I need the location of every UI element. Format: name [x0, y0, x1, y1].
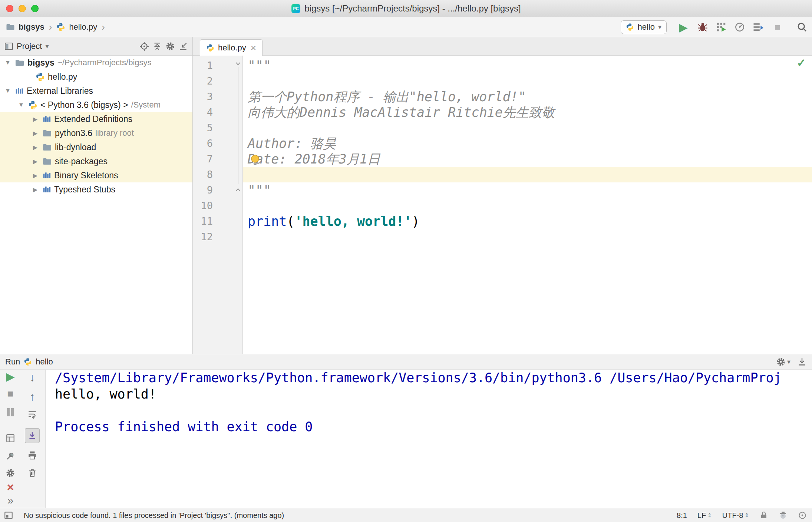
disclosure-open-icon[interactable]: ▼	[4, 59, 12, 66]
soft-wrap-button[interactable]	[26, 408, 39, 421]
run-with-coverage-button[interactable]	[716, 22, 727, 33]
tree-item-extended-definitions[interactable]: ▶ Extended Definitions	[0, 112, 193, 126]
project-view-selector[interactable]: Project	[17, 42, 42, 51]
tree-item-path: ~/PycharmProjects/bigsys	[57, 58, 152, 67]
stop-button[interactable]: ■	[771, 21, 784, 33]
more-actions-button[interactable]: »	[4, 494, 17, 507]
line-number[interactable]: 8	[193, 167, 213, 182]
run-options-button[interactable]	[4, 467, 17, 479]
run-tab-label[interactable]: hello	[36, 357, 53, 367]
readonly-lock-button[interactable]	[759, 511, 768, 520]
tree-item-external-libraries[interactable]: ▼ External Libraries	[0, 84, 193, 98]
code-line-3[interactable]: 第一个Python程序 - 输出"hello, world!"	[248, 89, 812, 105]
code-line-7[interactable]: Date: 2018年3月1日	[248, 151, 812, 167]
collapse-all-button[interactable]	[152, 42, 162, 51]
pause-icon	[7, 408, 10, 416]
run-settings-button[interactable]: ▾	[776, 357, 790, 367]
line-separator-widget[interactable]: LF⇕	[697, 511, 712, 520]
fold-start-icon[interactable]	[235, 61, 241, 67]
hide-panel-button[interactable]	[178, 42, 188, 51]
line-number[interactable]: 10	[193, 198, 213, 214]
tab-hello-py[interactable]: hello.py ×	[200, 39, 263, 56]
tree-item-site-packages[interactable]: ▶ site-packages	[0, 154, 193, 168]
code-area[interactable]: """ 第一个Python程序 - 输出"hello, world!" 向伟大的…	[243, 56, 812, 354]
disclosure-closed-icon[interactable]: ▶	[31, 130, 39, 137]
chevron-down-icon[interactable]: ▾	[45, 42, 49, 50]
tree-item-hello-py[interactable]: hello.py	[0, 70, 193, 84]
pycharm-logo-icon	[291, 4, 301, 13]
settings-gear-button[interactable]	[165, 42, 175, 51]
stop-process-button[interactable]: ■	[4, 387, 17, 400]
disclosure-closed-icon[interactable]: ▶	[31, 172, 39, 179]
tree-item-label: < Python 3.6 (bigsys) >	[40, 100, 128, 110]
debug-button[interactable]	[697, 22, 708, 33]
line-number[interactable]: 6	[193, 136, 213, 151]
notifications-button[interactable]	[798, 511, 807, 520]
breadcrumb-file[interactable]: hello.py	[69, 22, 97, 32]
close-tab-button[interactable]: ×	[4, 481, 17, 493]
tree-item-project-root[interactable]: ▼ bigsys ~/PycharmProjects/bigsys	[0, 56, 193, 70]
tree-item-typeshed-stubs[interactable]: ▶ Typeshed Stubs	[0, 182, 193, 196]
run-configuration-select[interactable]: hello ▾	[621, 20, 667, 34]
pin-tab-button[interactable]	[4, 450, 17, 462]
code-line-11[interactable]: print('hello, world!')	[248, 214, 812, 229]
tree-item-label: Binary Skeletons	[54, 171, 118, 181]
line-number[interactable]: 12	[193, 229, 213, 245]
tree-item-python36-root[interactable]: ▶ python3.6 library root	[0, 126, 193, 140]
scroll-to-end-button[interactable]	[25, 428, 40, 443]
line-number[interactable]: 2	[193, 73, 213, 89]
pause-output-button[interactable]	[4, 406, 17, 419]
run-console[interactable]: /System/Library/Frameworks/Python.framew…	[46, 370, 812, 508]
hector-inspections-button[interactable]	[779, 511, 788, 520]
disclosure-open-icon[interactable]: ▼	[4, 87, 12, 94]
code-line-9[interactable]: """	[248, 182, 812, 198]
code-token: )	[412, 214, 420, 229]
tree-item-binary-skeletons[interactable]: ▶ Binary Skeletons	[0, 168, 193, 182]
code-line-6[interactable]: Author: 骆昊	[248, 136, 812, 151]
toggle-toolwindows-button[interactable]	[4, 511, 13, 520]
line-number[interactable]: 7	[193, 151, 213, 167]
inspections-ok-icon[interactable]: ✓	[797, 56, 806, 69]
python-file-icon	[206, 44, 214, 52]
line-number[interactable]: 1	[193, 58, 213, 73]
code-line-4[interactable]: 向伟大的Dennis MacAlistair Ritchie先生致敬	[248, 105, 812, 120]
line-number[interactable]: 9	[193, 182, 213, 198]
print-button[interactable]	[26, 449, 39, 462]
line-number[interactable]: 4	[193, 105, 213, 120]
disclosure-closed-icon[interactable]: ▶	[31, 144, 39, 151]
profile-button[interactable]	[734, 22, 745, 33]
fold-region-line	[238, 67, 238, 184]
clear-all-button[interactable]	[26, 467, 39, 479]
tree-item-label: python3.6	[55, 128, 92, 138]
scroll-to-bottom-button[interactable]	[797, 357, 807, 367]
line-number[interactable]: 5	[193, 120, 213, 136]
locate-file-button[interactable]	[139, 42, 149, 51]
code-line-1[interactable]: """	[248, 58, 812, 73]
down-the-stack-button[interactable]: ↓	[26, 371, 39, 384]
concurrency-diagram-button[interactable]	[753, 22, 764, 33]
intention-bulb-icon[interactable]	[249, 153, 261, 166]
caret-position-widget[interactable]: 8:1	[677, 511, 687, 520]
disclosure-closed-icon[interactable]: ▶	[31, 186, 39, 193]
fold-end-icon[interactable]	[235, 187, 241, 193]
editor[interactable]: 1 2 3 4 5 6 7 8 9 10 11 12 """ 第一个Python…	[193, 56, 812, 354]
disclosure-closed-icon[interactable]: ▶	[31, 116, 39, 123]
line-number[interactable]: 11	[193, 214, 213, 229]
editor-gutter[interactable]: 1 2 3 4 5 6 7 8 9 10 11 12	[193, 56, 243, 354]
editor-tab-bar: hello.py ×	[193, 37, 812, 56]
pycharm-window: bigsys [~/PycharmProjects/bigsys] - .../…	[0, 0, 812, 522]
line-number[interactable]: 3	[193, 89, 213, 105]
tree-item-lib-dynload[interactable]: ▶ lib-dynload	[0, 140, 193, 154]
disclosure-open-icon[interactable]: ▼	[17, 102, 25, 108]
disclosure-closed-icon[interactable]: ▶	[31, 158, 39, 165]
encoding-widget[interactable]: UTF-8⇕	[722, 511, 749, 520]
tab-close-icon[interactable]: ×	[251, 43, 256, 53]
run-button[interactable]: ▶	[677, 21, 690, 33]
up-the-stack-button[interactable]: ↑	[26, 390, 39, 403]
restore-layout-button[interactable]	[4, 432, 17, 445]
tree-item-python-sdk[interactable]: ▼ < Python 3.6 (bigsys) > /System	[0, 98, 193, 112]
close-icon: ×	[7, 481, 14, 493]
rerun-button[interactable]: ▶	[4, 370, 17, 383]
search-everywhere-button[interactable]	[796, 22, 808, 33]
breadcrumb-project[interactable]: bigsys	[19, 22, 44, 32]
